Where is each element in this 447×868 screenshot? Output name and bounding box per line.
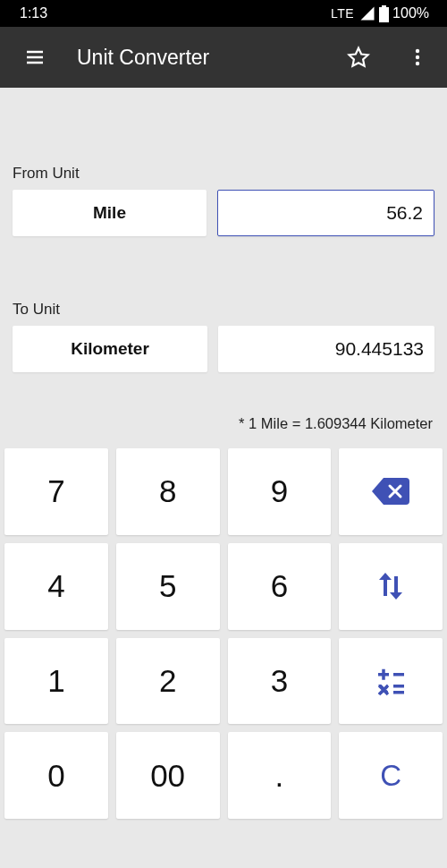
svg-rect-1 [382,5,386,8]
favorite-button[interactable] [342,40,375,74]
content: From Unit Mile 56.2 To Unit Kilometer 90… [0,88,447,868]
conversion-formula: * 1 Mile = 1.609344 Kilometer [0,415,447,443]
from-unit-select[interactable]: Mile [13,190,207,236]
from-section: From Unit Mile 56.2 [0,165,447,236]
battery-percent: 100% [392,5,429,21]
menu-button[interactable] [18,40,52,74]
svg-rect-9 [393,691,404,694]
key-7[interactable]: 7 [4,448,108,535]
status-right: LTE 100% [331,5,429,22]
key-backspace[interactable] [339,448,443,535]
svg-rect-0 [379,7,389,22]
svg-point-4 [416,62,419,65]
key-4[interactable]: 4 [4,543,108,630]
svg-rect-8 [393,685,404,688]
status-bar: 1:13 LTE 100% [0,0,447,27]
key-0[interactable]: 0 [4,732,108,819]
from-label: From Unit [13,165,434,183]
backspace-icon [372,478,409,505]
signal-icon [359,5,375,21]
status-time: 1:13 [20,5,47,21]
key-1[interactable]: 1 [4,638,108,725]
key-6[interactable]: 6 [228,543,332,630]
to-value-output[interactable]: 90.445133 [218,326,434,372]
to-section: To Unit Kilometer 90.445133 [0,301,447,372]
to-unit-select[interactable]: Kilometer [13,326,207,372]
key-swap[interactable] [339,543,443,630]
svg-point-3 [416,55,419,59]
key-calculator[interactable] [339,638,443,725]
key-2[interactable]: 2 [116,638,220,725]
hamburger-icon [24,47,46,68]
more-vert-icon [407,47,428,68]
calc-ops-icon [375,665,407,697]
svg-rect-7 [393,673,404,677]
swap-icon [375,571,406,601]
star-icon [347,46,370,69]
key-clear[interactable]: C [339,732,443,819]
key-dot[interactable]: . [228,732,332,819]
svg-rect-6 [382,669,385,680]
battery-icon [379,5,389,22]
overflow-menu-button[interactable] [401,40,434,74]
to-label: To Unit [13,301,434,319]
key-00[interactable]: 00 [116,732,220,819]
keypad: 7 8 9 4 5 6 1 2 3 [0,443,447,826]
key-8[interactable]: 8 [116,448,220,535]
key-9[interactable]: 9 [228,448,332,535]
app-bar: Unit Converter [0,27,447,88]
key-3[interactable]: 3 [228,638,332,725]
from-value-input[interactable]: 56.2 [217,190,434,236]
network-label: LTE [331,6,354,21]
app-title: Unit Converter [77,46,316,70]
key-5[interactable]: 5 [116,543,220,630]
svg-point-2 [416,49,419,53]
